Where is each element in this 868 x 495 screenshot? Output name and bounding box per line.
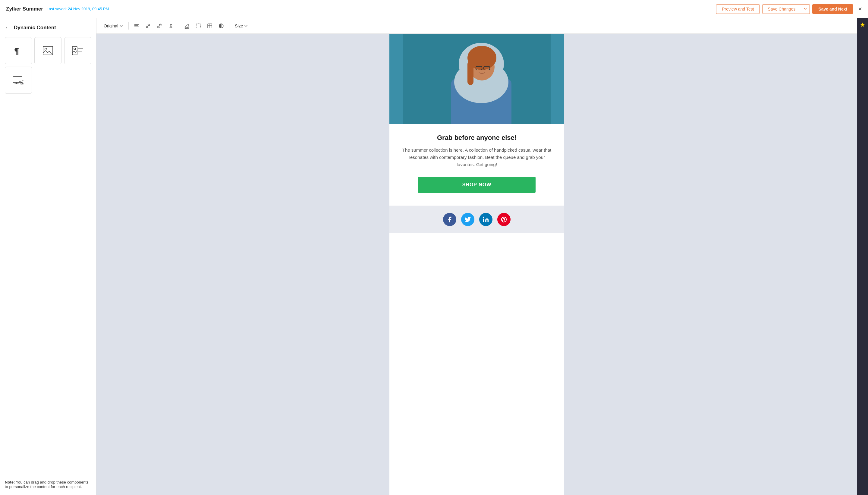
shop-now-button[interactable]: SHOP NOW bbox=[418, 177, 536, 193]
sidebar-second-row bbox=[5, 67, 91, 94]
original-dropdown[interactable]: Original bbox=[101, 22, 125, 30]
selection-icon[interactable] bbox=[193, 21, 203, 31]
sidebar-note-text: You can drag and drop these components t… bbox=[5, 480, 89, 489]
anchor-icon[interactable] bbox=[166, 21, 176, 31]
text-block-icon: ¶ bbox=[12, 45, 24, 57]
close-button[interactable]: × bbox=[858, 5, 862, 13]
size-label: Size bbox=[235, 23, 243, 28]
size-dropdown[interactable]: Size bbox=[232, 22, 250, 30]
back-button[interactable]: ← Dynamic Content bbox=[5, 24, 91, 31]
svg-point-2 bbox=[45, 48, 47, 50]
svg-rect-18 bbox=[185, 28, 189, 28]
dynamic-content-icon bbox=[12, 74, 24, 86]
image-block-icon bbox=[42, 45, 54, 57]
svg-point-15 bbox=[170, 24, 172, 25]
main-layout: ← Dynamic Content ¶ bbox=[0, 18, 868, 495]
svg-point-4 bbox=[74, 48, 76, 50]
image-block-component[interactable] bbox=[34, 37, 62, 64]
image-text-block-component[interactable] bbox=[64, 37, 91, 64]
save-changes-dropdown-button[interactable] bbox=[801, 4, 810, 14]
original-label: Original bbox=[104, 23, 118, 28]
contrast-icon[interactable] bbox=[216, 21, 226, 31]
sidebar-note: Note: You can drag and drop these compon… bbox=[5, 477, 91, 489]
canvas-area[interactable]: Grab before anyone else! The summer coll… bbox=[97, 34, 857, 495]
linkedin-icon-button[interactable] bbox=[479, 213, 492, 226]
unlink-icon[interactable] bbox=[155, 21, 164, 31]
right-panel: ★ bbox=[857, 18, 868, 495]
text-block-component[interactable]: ¶ bbox=[5, 37, 32, 64]
sidebar: ← Dynamic Content ¶ bbox=[0, 18, 97, 495]
editor-toolbar: Original bbox=[97, 18, 857, 34]
app-title: Zylker Summer bbox=[6, 6, 43, 12]
twitter-icon-button[interactable] bbox=[461, 213, 474, 226]
svg-rect-1 bbox=[43, 47, 53, 55]
toolbar-separator-2 bbox=[179, 22, 179, 30]
email-social-section bbox=[389, 206, 564, 233]
email-headline: Grab before anyone else! bbox=[401, 134, 552, 142]
svg-rect-31 bbox=[467, 61, 473, 85]
email-hero-image[interactable] bbox=[389, 34, 564, 124]
original-chevron-icon bbox=[119, 24, 123, 28]
pinterest-icon-button[interactable] bbox=[497, 213, 510, 226]
svg-rect-19 bbox=[196, 24, 201, 28]
sidebar-components-grid: ¶ bbox=[5, 37, 91, 64]
align-icon[interactable] bbox=[132, 21, 141, 31]
back-arrow-icon: ← bbox=[5, 24, 11, 31]
email-paragraph: The summer collection is here. A collect… bbox=[401, 147, 552, 168]
toolbar-separator-3 bbox=[229, 22, 229, 30]
save-and-next-button[interactable]: Save and Next bbox=[812, 4, 853, 14]
size-chevron-icon bbox=[244, 24, 248, 28]
facebook-icon-button[interactable] bbox=[443, 213, 456, 226]
dynamic-content-component[interactable] bbox=[5, 67, 32, 94]
save-changes-button[interactable]: Save Changes bbox=[762, 4, 801, 14]
header-left: Zylker Summer Last saved: 24 Nov 2019, 0… bbox=[6, 6, 109, 12]
svg-text:¶: ¶ bbox=[15, 46, 19, 55]
editor-area: Original bbox=[97, 18, 857, 495]
email-canvas: Grab before anyone else! The summer coll… bbox=[389, 34, 564, 495]
favorites-star-icon[interactable]: ★ bbox=[860, 21, 865, 28]
hero-illustration bbox=[389, 34, 564, 124]
toolbar-separator-1 bbox=[128, 22, 129, 30]
link-icon[interactable] bbox=[143, 21, 153, 31]
chevron-down-icon bbox=[803, 7, 807, 11]
preview-and-test-button[interactable]: Preview and Test bbox=[716, 4, 760, 14]
sidebar-title: Dynamic Content bbox=[14, 25, 56, 31]
table-icon[interactable] bbox=[205, 21, 214, 31]
image-text-block-icon bbox=[72, 45, 84, 57]
header-right: Preview and Test Save Changes Save and N… bbox=[716, 4, 862, 14]
sidebar-note-bold: Note: bbox=[5, 480, 15, 484]
svg-point-35 bbox=[483, 217, 484, 218]
last-saved-label: Last saved: 24 Nov 2019, 09:45 PM bbox=[47, 7, 109, 11]
email-body: Grab before anyone else! The summer coll… bbox=[389, 124, 564, 206]
app-header: Zylker Summer Last saved: 24 Nov 2019, 0… bbox=[0, 0, 868, 18]
svg-rect-3 bbox=[72, 47, 77, 55]
fill-color-icon[interactable] bbox=[182, 21, 192, 31]
save-changes-group: Save Changes bbox=[762, 4, 810, 14]
